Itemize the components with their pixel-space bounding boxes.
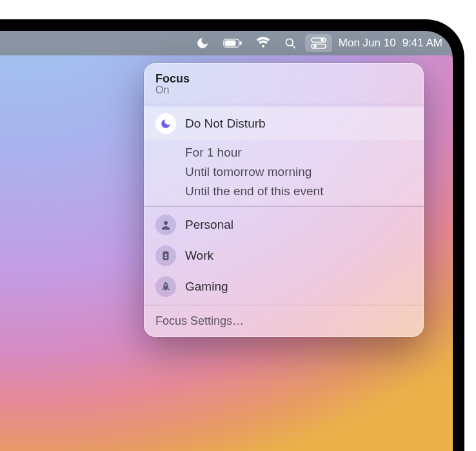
- focus-mode-gaming[interactable]: Gaming: [144, 271, 424, 302]
- svg-point-8: [313, 45, 316, 48]
- menubar-spotlight[interactable]: [278, 34, 302, 52]
- rocket-icon: [155, 276, 176, 297]
- menubar-control-center[interactable]: [305, 34, 332, 52]
- focus-duration-option[interactable]: For 1 hour: [144, 143, 424, 162]
- battery-icon: [223, 37, 243, 50]
- focus-mode-label: Work: [185, 249, 213, 263]
- wifi-icon: [257, 37, 270, 50]
- focus-duration-option[interactable]: Until tomorrow morning: [144, 162, 424, 182]
- divider: [144, 305, 424, 305]
- moon-icon: [155, 113, 176, 134]
- menubar: Mon Jun 10 9:41 AM: [0, 31, 453, 55]
- focus-mode-personal[interactable]: Personal: [144, 209, 424, 240]
- focus-mode-label: Gaming: [185, 280, 228, 294]
- do-not-disturb-label: Do Not Disturb: [185, 117, 266, 131]
- focus-title: Focus: [155, 72, 412, 86]
- svg-point-6: [321, 39, 323, 41]
- svg-point-9: [164, 221, 168, 225]
- focus-status: On: [155, 84, 412, 96]
- svg-rect-1: [225, 41, 235, 46]
- focus-mode-label: Personal: [185, 218, 233, 232]
- svg-rect-2: [240, 41, 241, 44]
- menubar-datetime[interactable]: Mon Jun 10 9:41 AM: [335, 37, 444, 50]
- svg-point-13: [165, 284, 167, 286]
- focus-mode-do-not-disturb[interactable]: Do Not Disturb: [144, 107, 424, 140]
- menubar-wifi[interactable]: [251, 34, 275, 52]
- divider: [144, 206, 424, 207]
- menubar-battery[interactable]: [217, 34, 248, 52]
- menubar-date: Mon Jun 10: [339, 37, 396, 50]
- focus-settings-link[interactable]: Focus Settings…: [144, 308, 424, 331]
- badge-icon: [155, 245, 176, 266]
- focus-mode-work[interactable]: Work: [144, 240, 424, 271]
- svg-line-4: [292, 45, 295, 48]
- focus-menu-panel: Focus On Do Not Disturb For 1 hour Until…: [144, 63, 424, 337]
- control-center-icon: [311, 37, 326, 50]
- menubar-time: 9:41 AM: [402, 37, 442, 50]
- menubar-focus-status-icon[interactable]: [190, 34, 215, 52]
- person-icon: [155, 215, 176, 235]
- desktop-wallpaper: Mon Jun 10 9:41 AM Focus On Do Not Distu…: [0, 31, 453, 451]
- moon-icon: [196, 37, 209, 50]
- svg-point-11: [164, 254, 166, 256]
- search-icon: [284, 37, 297, 50]
- divider: [144, 104, 424, 104]
- focus-duration-option[interactable]: Until the end of this event: [144, 182, 424, 201]
- svg-rect-12: [164, 257, 168, 258]
